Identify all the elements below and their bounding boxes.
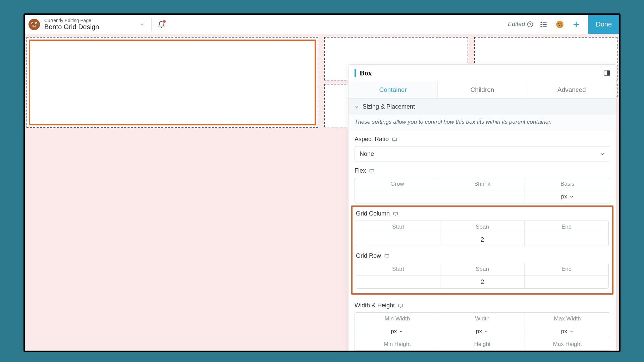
- page-title: Bento Grid Design: [44, 23, 99, 31]
- done-button[interactable]: Done: [588, 15, 619, 34]
- svg-point-12: [541, 22, 542, 22]
- svg-point-14: [541, 26, 542, 27]
- responsive-icon[interactable]: [392, 137, 397, 142]
- svg-rect-23: [607, 71, 610, 75]
- add-button[interactable]: [572, 20, 581, 29]
- edited-status: Edited: [508, 21, 533, 28]
- chevron-down-icon: [484, 329, 489, 334]
- svg-rect-26: [370, 169, 374, 172]
- svg-rect-30: [385, 254, 389, 257]
- field-grid-column: Grid Column Start Span 2 End: [356, 210, 609, 246]
- chevron-down-icon: [569, 194, 574, 199]
- svg-point-17: [560, 23, 561, 24]
- svg-point-3: [32, 22, 33, 23]
- max-width-label: Max Width: [525, 313, 610, 325]
- svg-rect-24: [392, 138, 396, 140]
- flex-shrink-input[interactable]: [440, 190, 525, 203]
- tab-advanced[interactable]: Advanced: [527, 81, 616, 98]
- min-width-input[interactable]: px: [355, 325, 440, 338]
- grid-row-inputs: Start Span 2 End: [356, 263, 609, 289]
- svg-point-4: [36, 22, 37, 23]
- grid-row-label: Grid Row: [356, 252, 381, 259]
- responsive-icon[interactable]: [393, 212, 398, 216]
- responsive-icon[interactable]: [398, 303, 404, 308]
- min-height-label: Min Height: [355, 338, 440, 351]
- section-sizing-placement[interactable]: Sizing & Placement: [348, 99, 616, 115]
- edited-label: Edited: [508, 21, 525, 28]
- field-grid-row: Grid Row Start Span 2 End: [356, 252, 609, 289]
- svg-point-16: [558, 23, 559, 24]
- gridrow-span-label: Span: [440, 263, 524, 276]
- width-label: Width: [440, 313, 525, 325]
- notifications-icon[interactable]: [158, 21, 165, 28]
- field-width-height: Width & Height Min Width px Width px Max…: [348, 297, 616, 352]
- flex-grow-label: Grow: [355, 178, 440, 190]
- flex-basis-label: Basis: [525, 178, 610, 190]
- svg-rect-32: [398, 304, 402, 307]
- inspector-panel: Box Container Children Advanced Sizing &…: [348, 64, 616, 352]
- inspector-header: Box: [348, 65, 616, 81]
- aspect-ratio-select[interactable]: None: [355, 146, 610, 162]
- flex-basis-input[interactable]: px: [525, 190, 610, 203]
- app-logo[interactable]: [27, 17, 42, 32]
- grid-highlight-box: Grid Column Start Span 2 End: [351, 205, 613, 295]
- gridrow-start-label: Start: [356, 263, 440, 276]
- flex-grow-input[interactable]: [355, 190, 440, 203]
- tab-container[interactable]: Container: [348, 81, 438, 98]
- aspect-ratio-label: Aspect Ratio: [355, 136, 389, 143]
- app-window: Currently Editing Page Bento Grid Design…: [23, 13, 621, 352]
- outline-icon[interactable]: [539, 20, 548, 29]
- svg-point-18: [559, 25, 560, 26]
- inspector-title: Box: [360, 69, 372, 77]
- accent-bar: [355, 69, 356, 77]
- gridrow-span-input[interactable]: 2: [440, 276, 524, 288]
- chevron-down-icon: [569, 329, 574, 334]
- gridcol-end-label: End: [525, 221, 608, 233]
- svg-point-15: [556, 21, 564, 28]
- gridcol-start-input[interactable]: [356, 233, 440, 246]
- chevron-down-icon: [600, 152, 605, 157]
- max-height-label: Max Height: [525, 338, 610, 351]
- flex-shrink-label: Shrink: [440, 178, 525, 190]
- svg-point-6: [34, 25, 35, 25]
- gridcol-start-label: Start: [356, 221, 440, 233]
- max-height-input[interactable]: px: [525, 351, 610, 352]
- chevron-down-icon: [355, 105, 359, 109]
- chevron-down-icon[interactable]: [139, 21, 145, 27]
- help-icon[interactable]: [527, 21, 533, 27]
- width-inputs: Min Width px Width px Max Width px: [355, 312, 610, 338]
- inspector-tabs: Container Children Advanced: [348, 81, 616, 99]
- responsive-icon[interactable]: [384, 254, 390, 258]
- field-flex: Flex Grow Shrink Basis px: [348, 162, 616, 203]
- field-aspect-ratio: Aspect Ratio None: [348, 130, 616, 162]
- divider: [151, 18, 152, 31]
- svg-point-13: [541, 24, 542, 24]
- cookie-icon[interactable]: [555, 20, 564, 29]
- min-width-label: Min Width: [355, 313, 440, 325]
- section-description: These settings allow you to control how …: [348, 115, 616, 130]
- height-inputs: Min Height px Height px Max Height px: [355, 338, 610, 352]
- svg-point-19: [561, 25, 561, 26]
- page-selector[interactable]: Currently Editing Page Bento Grid Design: [44, 18, 99, 31]
- notification-dot-icon: [163, 20, 166, 23]
- gridrow-end-input[interactable]: [525, 276, 608, 288]
- gridrow-start-input[interactable]: [356, 276, 440, 288]
- gridcol-end-input[interactable]: [525, 233, 608, 246]
- topbar: Currently Editing Page Bento Grid Design…: [25, 15, 619, 34]
- min-height-input[interactable]: px: [355, 351, 440, 352]
- tab-children[interactable]: Children: [438, 81, 527, 98]
- gridrow-end-label: End: [525, 263, 608, 276]
- height-label: Height: [440, 338, 525, 351]
- gridcol-span-label: Span: [440, 221, 524, 233]
- max-width-input[interactable]: px: [525, 325, 610, 338]
- chevron-down-icon: [399, 329, 404, 334]
- canvas[interactable]: Box Container Children Advanced Sizing &…: [25, 34, 619, 351]
- width-input[interactable]: px: [440, 325, 525, 338]
- gridcol-span-input[interactable]: 2: [440, 233, 524, 246]
- responsive-icon[interactable]: [369, 169, 375, 173]
- selected-box[interactable]: [29, 40, 316, 125]
- aspect-ratio-value: None: [360, 150, 374, 158]
- dock-icon[interactable]: [603, 70, 610, 76]
- flex-label: Flex: [355, 167, 366, 174]
- height-input[interactable]: px: [440, 351, 525, 352]
